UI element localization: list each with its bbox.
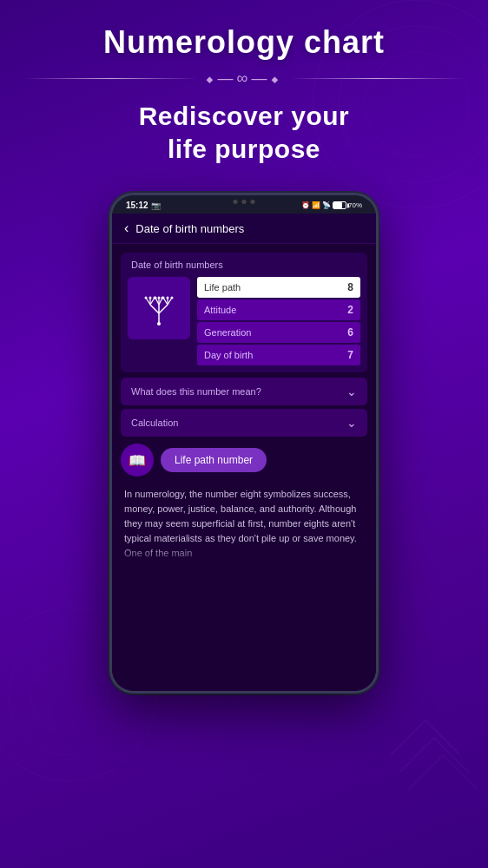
life-path-value: 8 <box>347 281 353 293</box>
book-button[interactable]: 📖 <box>121 444 154 477</box>
what-means-dropdown[interactable]: What does this number mean? ⌄ <box>121 378 367 405</box>
wifi-icon: 📶 <box>312 201 320 209</box>
birth-numbers-card: Date of birth numbers <box>121 253 367 372</box>
chevron-down-icon-2: ⌄ <box>346 416 357 430</box>
day-of-birth-label: Day of birth <box>204 350 253 360</box>
speaker-dot <box>234 200 238 204</box>
svg-point-30 <box>167 297 169 299</box>
battery-indicator <box>333 201 346 209</box>
life-path-section: 📖 Life path number <box>121 444 367 477</box>
calculation-label: Calculation <box>131 418 178 428</box>
description-area: In numerology, the number eight symboliz… <box>112 480 376 569</box>
status-bar: 15:12 📷 ⏰ 📶 📡 70% <box>112 195 376 214</box>
svg-point-31 <box>171 297 174 299</box>
svg-line-12 <box>159 305 168 313</box>
attitude-row[interactable]: Attitude 2 <box>197 299 360 320</box>
what-means-label: What does this number mean? <box>131 386 261 397</box>
svg-line-11 <box>150 305 159 313</box>
life-path-label: Life path <box>204 282 241 293</box>
alarm-icon: ⏰ <box>301 201 310 209</box>
generation-row[interactable]: Generation 6 <box>197 322 360 343</box>
chevron-down-icon: ⌄ <box>346 385 357 398</box>
book-icon: 📖 <box>129 452 146 469</box>
svg-point-29 <box>162 297 165 299</box>
generation-label: Generation <box>204 327 251 338</box>
generation-value: 6 <box>347 326 353 339</box>
card-section-label: Date of birth numbers <box>121 253 367 273</box>
calculation-dropdown[interactable]: Calculation ⌄ <box>121 409 367 437</box>
screen-header: ‹ Date of birth numbers <box>112 214 376 244</box>
app-title: Numerology chart <box>17 24 471 61</box>
svg-point-24 <box>149 297 152 299</box>
camera-front-dot <box>242 200 247 204</box>
life-path-number-button[interactable]: Life path number <box>161 448 267 472</box>
phone-screen: ‹ Date of birth numbers Date of birth nu… <box>112 214 376 691</box>
status-icons: ⏰ 📶 📡 70% <box>301 201 362 209</box>
life-path-row[interactable]: Life path 8 <box>197 277 360 298</box>
card-body: Life path 8 Attitude 2 Generation 6 Da <box>121 273 367 372</box>
tree-icon-box <box>128 277 190 339</box>
description-text: In numerology, the number eight symboliz… <box>124 487 364 561</box>
day-of-birth-row[interactable]: Day of birth 7 <box>197 345 360 365</box>
attitude-value: 2 <box>347 304 353 316</box>
screen-title: Date of birth numbers <box>135 222 244 235</box>
svg-point-26 <box>155 297 157 299</box>
top-section: Numerology chart ⬥—∞—⬥ Rediscover yourli… <box>0 0 488 189</box>
numbers-list: Life path 8 Attitude 2 Generation 6 Da <box>197 277 360 365</box>
battery-percent: 70% <box>348 201 362 209</box>
phone-mockup: 15:12 📷 ⏰ 📶 📡 70% ‹ <box>0 193 488 694</box>
sensor-dot <box>251 200 255 204</box>
phone-device: 15:12 📷 ⏰ 📶 📡 70% ‹ <box>109 193 379 694</box>
svg-point-23 <box>145 297 148 299</box>
divider-decoration: ⬥—∞—⬥ <box>17 69 471 88</box>
tree-numerology-icon <box>140 289 178 327</box>
attitude-label: Attitude <box>204 305 236 315</box>
back-button[interactable]: ‹ <box>124 220 129 236</box>
signal-icon: 📡 <box>322 201 331 209</box>
status-time: 15:12 📷 <box>126 201 161 210</box>
tagline: Rediscover yourlife purpose <box>17 100 471 165</box>
day-of-birth-value: 7 <box>347 349 353 361</box>
svg-point-32 <box>157 322 161 326</box>
svg-point-27 <box>158 297 161 299</box>
camera-icon: 📷 <box>151 201 161 210</box>
